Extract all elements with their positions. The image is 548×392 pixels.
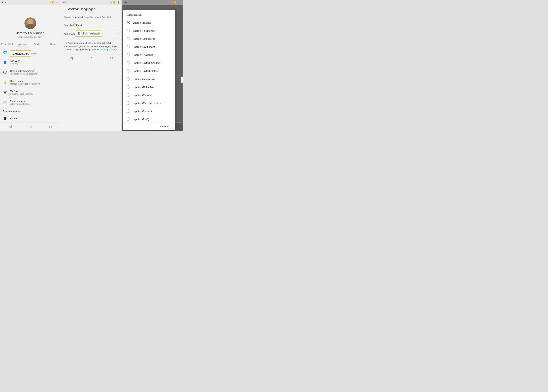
back-button-1[interactable]: ← bbox=[2, 7, 5, 11]
bulb-icon: 💡 bbox=[3, 80, 7, 85]
dialog-actions: CANCEL bbox=[123, 122, 175, 130]
dialog-item-label: español (Colombia) bbox=[133, 86, 155, 88]
phone-item[interactable]: 📱 Phone bbox=[0, 114, 61, 122]
radio-circle bbox=[127, 69, 130, 73]
home-nav-1[interactable]: ○ bbox=[25, 123, 36, 130]
status-icons-3: 🔒 📶 ▲ ▌ bbox=[171, 1, 181, 4]
bottom-nav-1: ◁ ○ □ bbox=[0, 122, 61, 131]
tab-assistant[interactable]: Assistant bbox=[15, 41, 30, 47]
home-control-item[interactable]: 💡 Home control Manage the devices in you… bbox=[0, 77, 61, 87]
dialog-language-item[interactable]: español (Estados Unidos) bbox=[123, 99, 175, 107]
profile-section: Jeremy Laukkonen jdlaukkonen@gmail.com bbox=[0, 14, 61, 41]
dialog-item-label: English (Philippines) bbox=[133, 29, 155, 32]
dialog-language-item[interactable]: español (Perú) bbox=[123, 115, 175, 122]
mail-icon: ✉️ bbox=[3, 100, 7, 105]
dialog-language-item[interactable]: English (Ireland) bbox=[123, 19, 175, 27]
dialog-item-label: español (Perú) bbox=[133, 118, 149, 121]
dialog-item-label: español (Estados Unidos) bbox=[133, 102, 162, 105]
current-language-text: English (Ireland) bbox=[63, 24, 118, 27]
dialog-language-list: English (Ireland)English (Philippines)En… bbox=[123, 19, 175, 122]
assistant-title: Assistant bbox=[10, 60, 58, 62]
dialog-language-item[interactable]: español (Colombia) bbox=[123, 83, 175, 91]
add-icon: + bbox=[117, 32, 119, 36]
radio-circle bbox=[127, 93, 130, 97]
dialog-item-label: English (Ireland) bbox=[133, 21, 151, 24]
myday-text: My Day Customize your summary bbox=[10, 90, 58, 95]
home-nav-2[interactable]: ○ bbox=[86, 55, 97, 62]
radio-circle bbox=[127, 45, 130, 49]
panel-left: 3:23 🔒 📶 ▲ ▌ ← ⋮ Jeremy Laukkonen jdlauk… bbox=[0, 0, 61, 131]
continued-conversation-item[interactable]: 💬 Continued Conversation For asking foll… bbox=[0, 67, 61, 77]
wifi-icon: ▲ bbox=[55, 1, 57, 3]
top-bar-2: ← Assistant languages ⋮ bbox=[61, 5, 121, 14]
radio-circle bbox=[127, 53, 130, 56]
panel2-title: Assistant languages bbox=[68, 7, 114, 11]
status-icons-1: 🔒 📶 ▲ ▌ bbox=[49, 1, 59, 4]
radio-circle bbox=[127, 109, 130, 113]
recents-nav-2[interactable]: □ bbox=[106, 55, 117, 62]
myday-subtitle: Customize your summary bbox=[10, 93, 58, 95]
dialog-language-item[interactable]: English (Switzerland) bbox=[123, 43, 175, 51]
home-text: Home control Manage the devices in your … bbox=[10, 80, 58, 85]
tab-personal-info[interactable]: Personal info bbox=[0, 41, 15, 47]
time-3: 3:24 bbox=[123, 1, 127, 4]
dialog-language-item[interactable]: español (España) bbox=[123, 91, 175, 99]
myday-title: My Day bbox=[10, 90, 58, 92]
email-subtitle: Latest news & features bbox=[10, 103, 58, 105]
back-nav-2[interactable]: ◁ bbox=[66, 55, 77, 62]
email-updates-item[interactable]: ✉️ Email updates Latest news & features bbox=[0, 98, 61, 108]
recents-nav-1[interactable]: □ bbox=[46, 123, 56, 130]
dialog-item-label: English (Singapore) bbox=[133, 37, 155, 40]
tab-home[interactable]: Home bbox=[46, 41, 61, 47]
cancel-button[interactable]: CANCEL bbox=[158, 124, 173, 129]
battery-icon: ▌ bbox=[58, 1, 59, 3]
languages-icon: 🌐 bbox=[3, 50, 7, 55]
more-button-2[interactable]: ⋮ bbox=[116, 7, 119, 11]
dialog-language-item[interactable]: English (Thailand) bbox=[123, 51, 175, 59]
battery-icon-2: ▌ bbox=[119, 1, 120, 3]
radio-circle bbox=[127, 85, 130, 89]
time-1: 3:23 bbox=[2, 1, 6, 4]
wifi-icon-2: ▲ bbox=[116, 1, 118, 3]
phone-title: Phone bbox=[10, 117, 58, 120]
dialog-language-item[interactable]: English (Singapore) bbox=[123, 35, 175, 43]
signal-icon-3: 📶 bbox=[174, 1, 176, 4]
tab-services[interactable]: Services bbox=[30, 41, 46, 47]
current-language-item[interactable]: English (Ireland) › bbox=[61, 21, 121, 29]
my-day-item[interactable]: 📅 My Day Customize your summary bbox=[0, 87, 61, 98]
dialog-item-label: español (España) bbox=[133, 94, 153, 97]
signal-icon: 📶 bbox=[52, 1, 55, 4]
back-nav-1[interactable]: ◁ bbox=[5, 123, 16, 130]
assistant-voices-item[interactable]: 👤 Assistant How yo... bbox=[0, 57, 61, 67]
continued-title: Continued Conversation bbox=[10, 70, 58, 72]
more-button-1[interactable]: ⋮ bbox=[55, 7, 59, 11]
us-tooltip: English (United States) bbox=[181, 77, 183, 83]
dialog-item-label: English (United Kingdom) bbox=[133, 62, 161, 64]
dialog-language-item[interactable]: English (United Kingdom) bbox=[123, 59, 175, 67]
dialog-language-item[interactable]: español (México) bbox=[123, 107, 175, 115]
radio-circle bbox=[127, 37, 130, 40]
status-bar-1: 3:23 🔒 📶 ▲ ▌ bbox=[0, 0, 61, 5]
android-language-link[interactable]: Android language settings bbox=[92, 48, 117, 51]
radio-circle bbox=[127, 77, 130, 81]
radio-circle bbox=[127, 101, 130, 105]
lock-icon: 🔒 bbox=[49, 1, 51, 4]
assistant-icon: 👤 bbox=[3, 60, 7, 65]
dialog-item-label: English (United States) bbox=[133, 70, 158, 72]
dialog-language-item[interactable]: English (United States) bbox=[123, 67, 175, 75]
lock-icon-2: 🔒 bbox=[110, 1, 112, 4]
home-title: Home control bbox=[10, 80, 58, 82]
signal-icon-2: 📶 bbox=[113, 1, 115, 4]
back-button-2[interactable]: ← bbox=[63, 7, 66, 11]
status-bar-3: 3:24 🔒 📶 ▲ ▌ bbox=[122, 0, 183, 5]
dialog-language-item[interactable]: español (Argentina) bbox=[123, 75, 175, 83]
dialog-item-label: español (Argentina) bbox=[133, 77, 155, 80]
top-bar-1: ← ⋮ bbox=[0, 5, 61, 14]
bottom-nav-2: ◁ ○ □ bbox=[61, 54, 121, 62]
status-bar-2: 3:23 🔒 📶 ▲ ▌ bbox=[61, 0, 121, 5]
email-text: Email updates Latest news & features bbox=[10, 100, 58, 105]
dialog-item-label: español (México) bbox=[133, 110, 152, 112]
chat-icon: 💬 bbox=[3, 70, 7, 75]
dialog-language-item[interactable]: English (Philippines) bbox=[123, 27, 175, 35]
language-dialog: Languages English (Ireland)English (Phil… bbox=[123, 10, 175, 130]
